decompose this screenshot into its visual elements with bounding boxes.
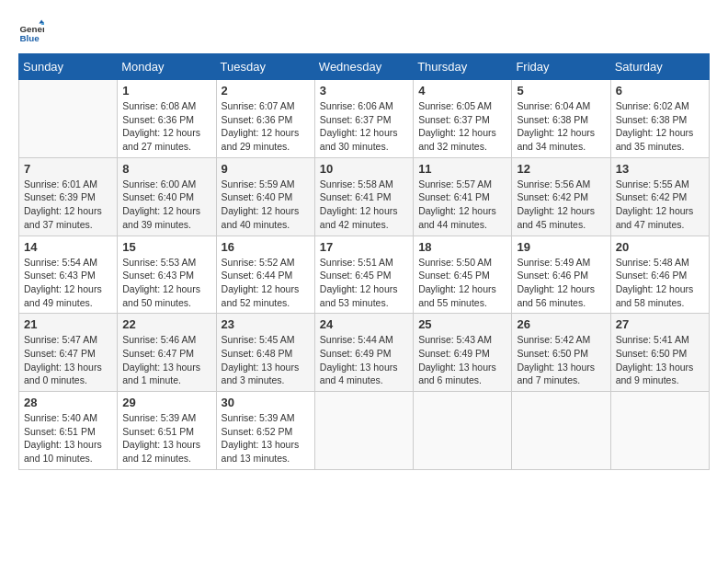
day-info: Sunrise: 5:49 AM Sunset: 6:46 PM Dayligh… <box>517 256 605 310</box>
day-number: 20 <box>616 240 704 254</box>
calendar-cell <box>314 392 413 470</box>
day-number: 9 <box>222 162 310 176</box>
day-info: Sunrise: 5:55 AM Sunset: 6:42 PM Dayligh… <box>616 178 704 232</box>
calendar-cell: 7Sunrise: 6:01 AM Sunset: 6:39 PM Daylig… <box>19 157 118 236</box>
day-number: 2 <box>222 84 310 98</box>
day-number: 16 <box>222 240 310 254</box>
day-info: Sunrise: 5:48 AM Sunset: 6:46 PM Dayligh… <box>616 256 704 310</box>
day-number: 30 <box>222 396 310 409</box>
day-info: Sunrise: 6:00 AM Sunset: 6:40 PM Dayligh… <box>122 178 210 232</box>
day-number: 19 <box>517 240 605 254</box>
calendar-cell: 18Sunrise: 5:50 AM Sunset: 6:45 PM Dayli… <box>414 236 512 314</box>
day-number: 17 <box>320 240 408 254</box>
day-number: 24 <box>320 317 408 331</box>
day-number: 4 <box>418 84 506 98</box>
calendar-cell: 26Sunrise: 5:42 AM Sunset: 6:50 PM Dayli… <box>512 314 610 392</box>
calendar-cell: 8Sunrise: 6:00 AM Sunset: 6:40 PM Daylig… <box>118 157 216 236</box>
calendar-cell: 2Sunrise: 6:07 AM Sunset: 6:36 PM Daylig… <box>216 80 314 158</box>
day-number: 5 <box>517 84 605 98</box>
calendar-cell: 9Sunrise: 5:59 AM Sunset: 6:40 PM Daylig… <box>216 157 314 236</box>
day-info: Sunrise: 5:40 AM Sunset: 6:51 PM Dayligh… <box>24 411 112 465</box>
day-info: Sunrise: 5:44 AM Sunset: 6:49 PM Dayligh… <box>320 333 408 387</box>
day-info: Sunrise: 5:43 AM Sunset: 6:49 PM Dayligh… <box>418 333 506 387</box>
calendar-cell: 11Sunrise: 5:57 AM Sunset: 6:41 PM Dayli… <box>414 157 512 236</box>
calendar-cell: 24Sunrise: 5:44 AM Sunset: 6:49 PM Dayli… <box>314 314 413 392</box>
weekday-header: Thursday <box>414 54 512 80</box>
day-number: 1 <box>122 84 210 98</box>
day-info: Sunrise: 5:59 AM Sunset: 6:40 PM Dayligh… <box>222 178 310 232</box>
day-number: 27 <box>616 317 704 331</box>
calendar-cell <box>414 392 512 470</box>
day-info: Sunrise: 6:08 AM Sunset: 6:36 PM Dayligh… <box>122 99 210 154</box>
day-number: 25 <box>418 317 506 331</box>
day-number: 10 <box>320 162 408 176</box>
day-info: Sunrise: 6:06 AM Sunset: 6:37 PM Dayligh… <box>320 99 408 154</box>
calendar-cell: 29Sunrise: 5:39 AM Sunset: 6:51 PM Dayli… <box>118 392 216 470</box>
day-number: 15 <box>122 240 210 254</box>
day-number: 18 <box>418 240 506 254</box>
weekday-header: Sunday <box>19 54 118 80</box>
day-number: 26 <box>517 317 605 331</box>
calendar-cell: 22Sunrise: 5:46 AM Sunset: 6:47 PM Dayli… <box>118 314 216 392</box>
day-info: Sunrise: 6:01 AM Sunset: 6:39 PM Dayligh… <box>24 178 112 232</box>
weekday-header: Friday <box>512 54 610 80</box>
weekday-header: Wednesday <box>314 54 413 80</box>
day-info: Sunrise: 5:53 AM Sunset: 6:43 PM Dayligh… <box>122 256 210 310</box>
day-info: Sunrise: 6:02 AM Sunset: 6:38 PM Dayligh… <box>616 99 704 154</box>
calendar-cell: 27Sunrise: 5:41 AM Sunset: 6:50 PM Dayli… <box>610 314 709 392</box>
logo-icon: General Blue <box>18 18 44 44</box>
calendar-table: SundayMondayTuesdayWednesdayThursdayFrid… <box>18 53 710 470</box>
calendar-cell <box>610 392 709 470</box>
day-number: 22 <box>122 317 210 331</box>
day-info: Sunrise: 5:58 AM Sunset: 6:41 PM Dayligh… <box>320 178 408 232</box>
day-info: Sunrise: 5:47 AM Sunset: 6:47 PM Dayligh… <box>24 333 112 387</box>
calendar-cell: 15Sunrise: 5:53 AM Sunset: 6:43 PM Dayli… <box>118 236 216 314</box>
day-info: Sunrise: 5:57 AM Sunset: 6:41 PM Dayligh… <box>418 178 506 232</box>
day-info: Sunrise: 6:04 AM Sunset: 6:38 PM Dayligh… <box>517 99 605 154</box>
day-number: 6 <box>616 84 704 98</box>
day-number: 28 <box>24 396 112 409</box>
weekday-header: Monday <box>118 54 216 80</box>
day-number: 21 <box>24 317 112 331</box>
calendar-cell: 4Sunrise: 6:05 AM Sunset: 6:37 PM Daylig… <box>414 80 512 158</box>
day-info: Sunrise: 6:07 AM Sunset: 6:36 PM Dayligh… <box>222 99 310 154</box>
day-number: 12 <box>517 162 605 176</box>
day-number: 13 <box>616 162 704 176</box>
calendar-cell <box>512 392 610 470</box>
calendar-cell: 10Sunrise: 5:58 AM Sunset: 6:41 PM Dayli… <box>314 157 413 236</box>
day-info: Sunrise: 5:42 AM Sunset: 6:50 PM Dayligh… <box>517 333 605 387</box>
calendar-cell: 13Sunrise: 5:55 AM Sunset: 6:42 PM Dayli… <box>610 157 709 236</box>
calendar-cell: 6Sunrise: 6:02 AM Sunset: 6:38 PM Daylig… <box>610 80 709 158</box>
weekday-header: Tuesday <box>216 54 314 80</box>
calendar-cell: 12Sunrise: 5:56 AM Sunset: 6:42 PM Dayli… <box>512 157 610 236</box>
day-info: Sunrise: 5:56 AM Sunset: 6:42 PM Dayligh… <box>517 178 605 232</box>
calendar-cell: 21Sunrise: 5:47 AM Sunset: 6:47 PM Dayli… <box>19 314 118 392</box>
logo: General Blue <box>18 18 48 44</box>
calendar-cell: 28Sunrise: 5:40 AM Sunset: 6:51 PM Dayli… <box>19 392 118 470</box>
calendar-cell: 1Sunrise: 6:08 AM Sunset: 6:36 PM Daylig… <box>118 80 216 158</box>
day-number: 14 <box>24 240 112 254</box>
calendar-cell: 25Sunrise: 5:43 AM Sunset: 6:49 PM Dayli… <box>414 314 512 392</box>
calendar-cell: 5Sunrise: 6:04 AM Sunset: 6:38 PM Daylig… <box>512 80 610 158</box>
day-info: Sunrise: 5:39 AM Sunset: 6:52 PM Dayligh… <box>222 411 310 465</box>
day-info: Sunrise: 6:05 AM Sunset: 6:37 PM Dayligh… <box>418 99 506 154</box>
calendar-cell: 17Sunrise: 5:51 AM Sunset: 6:45 PM Dayli… <box>314 236 413 314</box>
day-info: Sunrise: 5:45 AM Sunset: 6:48 PM Dayligh… <box>222 333 310 387</box>
calendar-cell: 20Sunrise: 5:48 AM Sunset: 6:46 PM Dayli… <box>610 236 709 314</box>
calendar-cell: 19Sunrise: 5:49 AM Sunset: 6:46 PM Dayli… <box>512 236 610 314</box>
calendar-cell: 16Sunrise: 5:52 AM Sunset: 6:44 PM Dayli… <box>216 236 314 314</box>
calendar-cell: 3Sunrise: 6:06 AM Sunset: 6:37 PM Daylig… <box>314 80 413 158</box>
calendar-cell: 23Sunrise: 5:45 AM Sunset: 6:48 PM Dayli… <box>216 314 314 392</box>
calendar-cell: 30Sunrise: 5:39 AM Sunset: 6:52 PM Dayli… <box>216 392 314 470</box>
day-info: Sunrise: 5:39 AM Sunset: 6:51 PM Dayligh… <box>122 411 210 465</box>
svg-text:Blue: Blue <box>19 33 40 43</box>
day-info: Sunrise: 5:52 AM Sunset: 6:44 PM Dayligh… <box>222 256 310 310</box>
day-info: Sunrise: 5:50 AM Sunset: 6:45 PM Dayligh… <box>418 256 506 310</box>
day-info: Sunrise: 5:41 AM Sunset: 6:50 PM Dayligh… <box>616 333 704 387</box>
calendar-cell: 14Sunrise: 5:54 AM Sunset: 6:43 PM Dayli… <box>19 236 118 314</box>
day-number: 29 <box>122 396 210 409</box>
day-number: 7 <box>24 162 112 176</box>
day-info: Sunrise: 5:51 AM Sunset: 6:45 PM Dayligh… <box>320 256 408 310</box>
day-number: 8 <box>122 162 210 176</box>
day-number: 3 <box>320 84 408 98</box>
